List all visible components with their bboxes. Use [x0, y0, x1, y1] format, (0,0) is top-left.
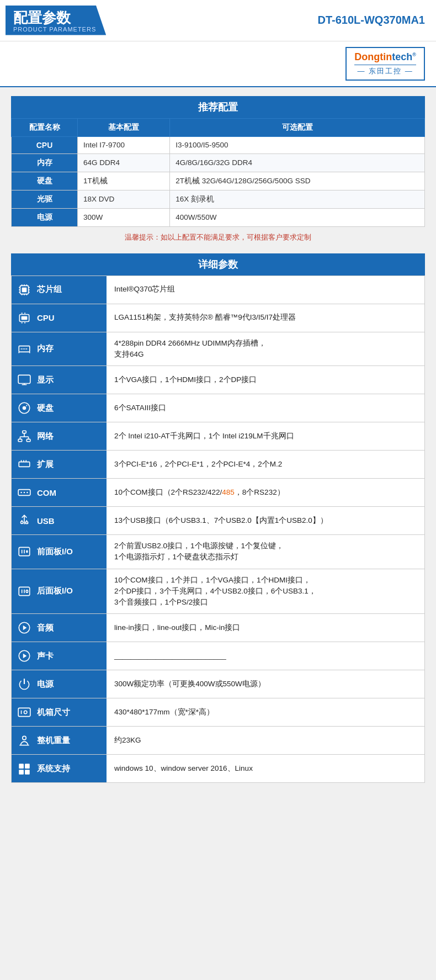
svg-point-45: [20, 492, 22, 494]
svg-rect-71: [25, 764, 30, 769]
network-icon: [16, 428, 33, 444]
detail-row-cpu: CPU LGA1151构架，支持英特尔® 酷睿™9代I3/I5/I7处理器: [11, 304, 425, 332]
page-title-en: PRODUCT PARAMETERS: [13, 26, 96, 33]
audio-icon: [16, 619, 33, 636]
svg-rect-56: [26, 550, 28, 553]
svg-point-68: [23, 737, 26, 740]
detail-value-text: 1个VGA接口，1个HDMI接口，2个DP接口: [114, 374, 257, 385]
detail-value-text: 3个PCI-E*16，2个PCI-E*1，2个PCI-E*4，2个M.2: [114, 459, 282, 470]
config-row: 内存 64G DDR4 4G/8G/16G/32G DDR4: [12, 153, 425, 172]
svg-rect-72: [19, 770, 24, 775]
detail-value-text: Intel®Q370芯片组: [114, 284, 176, 295]
detail-value-text: ___________________________: [114, 650, 226, 661]
detail-label-text: 前面板I/O: [37, 547, 73, 557]
detail-value-text: 4*288pin DDR4 2666MHz UDIMM内存插槽，支持64G: [114, 338, 266, 361]
header: 配置参数 PRODUCT PARAMETERS DT-610L-WQ370MA1: [0, 0, 436, 41]
detail-value-weight: 约23KG: [107, 727, 424, 754]
detail-value-cpu: LGA1151构架，支持英特尔® 酷睿™9代I3/I5/I7处理器: [107, 304, 424, 332]
chipset-icon: [16, 282, 33, 298]
config-table: 配置名称 基本配置 可选配置 CPU Intel I7-9700 I3-9100…: [11, 118, 425, 227]
detail-label-network: 网络: [12, 422, 107, 450]
os-icon: [16, 760, 33, 777]
detail-value-front-io: 2个前置USB2.0接口，1个电源按键，1个复位键，1个电源指示灯，1个硬盘状态…: [107, 535, 424, 569]
detail-value-expansion: 3个PCI-E*16，2个PCI-E*1，2个PCI-E*4，2个M.2: [107, 451, 424, 478]
svg-rect-40: [19, 462, 30, 467]
config-row: 电源 300W 400W/550W: [12, 208, 425, 226]
detail-row-power: 电源 300W额定功率（可更换400W或550W电源）: [11, 670, 425, 698]
power-icon: [16, 676, 33, 692]
detail-row-rear-io: 后面板I/O 10个COM接口，1个并口，1个VGA接口，1个HDMI接口，2个…: [11, 569, 425, 615]
detail-label-audio: 音频: [12, 614, 107, 642]
config-row-name: 硬盘: [12, 172, 78, 190]
svg-rect-35: [26, 439, 30, 442]
col-optional-header: 可选配置: [170, 118, 425, 136]
detail-label-text: COM: [37, 488, 56, 497]
com-icon: [16, 484, 33, 501]
logo-name: Dongtintech®: [354, 51, 416, 62]
detail-value-hdd: 6个SATAIII接口: [107, 394, 424, 422]
detail-title: 详细参数: [11, 253, 425, 276]
detail-value-text: 13个USB接口（6个USB3.1、7个USB2.0【内置1个USB2.0】）: [114, 515, 328, 526]
svg-rect-20: [19, 346, 30, 352]
detail-value-rear-io: 10个COM接口，1个并口，1个VGA接口，1个HDMI接口，2个DP接口，3个…: [107, 569, 424, 614]
detail-value-text: 10个COM接口，1个并口，1个VGA接口，1个HDMI接口，2个DP接口，3个…: [114, 575, 316, 608]
front-io-icon: [16, 543, 33, 560]
detail-value-text: line-in接口，line-out接口，Mic-in接口: [114, 622, 240, 633]
config-row-basic: Intel I7-9700: [78, 136, 170, 153]
detail-label-os: 系统支持: [12, 755, 107, 782]
memory-icon: [16, 341, 33, 357]
detail-label-usb: USB: [12, 507, 107, 534]
svg-rect-1: [22, 287, 27, 292]
expansion-icon: [16, 456, 33, 473]
detail-value-display: 1个VGA接口，1个HDMI接口，2个DP接口: [107, 366, 424, 394]
detail-label-rear-io: 后面板I/O: [12, 569, 107, 614]
detail-row-soundcard: 声卡 ___________________________: [11, 642, 425, 670]
config-row-basic: 1T机械: [78, 172, 170, 190]
detail-value-chassis: 430*480*177mm（宽*深*高）: [107, 698, 424, 726]
detail-value-memory: 4*288pin DDR4 2666MHz UDIMM内存插槽，支持64G: [107, 332, 424, 366]
chassis-icon: [16, 704, 33, 721]
title-box: 配置参数 PRODUCT PARAMETERS: [6, 6, 106, 35]
detail-value-audio: line-in接口，line-out接口，Mic-in接口: [107, 614, 424, 642]
config-row-name: CPU: [12, 136, 78, 153]
detail-value-text: 2个前置USB2.0接口，1个电源按键，1个复位键，1个电源指示灯，1个硬盘状态…: [114, 541, 284, 563]
detail-label-text: CPU: [37, 313, 55, 322]
svg-rect-60: [26, 590, 28, 592]
detail-value-text: 约23KG: [114, 735, 141, 746]
detail-value-text: 10个COM接口（2个RS232/422/485，8个RS232）: [114, 487, 285, 498]
config-row-optional: I3-9100/I5-9500: [170, 136, 425, 153]
detail-value-soundcard: ___________________________: [107, 642, 424, 670]
detail-label-cpu: CPU: [12, 304, 107, 332]
detail-label-text: 芯片组: [37, 284, 62, 295]
config-row-name: 电源: [12, 208, 78, 226]
svg-rect-15: [22, 316, 28, 320]
config-row-basic: 18X DVD: [78, 190, 170, 208]
svg-point-46: [24, 492, 25, 494]
detail-label-power: 电源: [12, 670, 107, 698]
detail-label-text: 整机重量: [37, 735, 70, 746]
detail-value-power: 300W额定功率（可更换400W或550W电源）: [107, 670, 424, 698]
detail-label-soundcard: 声卡: [12, 642, 107, 670]
config-row-name: 光驱: [12, 190, 78, 208]
svg-point-47: [26, 492, 28, 494]
detail-value-text: 300W额定功率（可更换400W或550W电源）: [114, 679, 265, 690]
svg-rect-73: [25, 770, 30, 775]
svg-rect-27: [18, 375, 30, 383]
detail-label-weight: 整机重量: [12, 727, 107, 754]
detail-value-text: 430*480*177mm（宽*深*高）: [114, 707, 214, 718]
soundcard-icon: [16, 648, 33, 664]
detail-value-chipset: Intel®Q370芯片组: [107, 276, 424, 304]
svg-point-67: [24, 711, 26, 714]
recommended-section: 推荐配置 配置名称 基本配置 可选配置 CPU Intel I7-9700 I3…: [11, 96, 425, 245]
config-row-optional: 4G/8G/16G/32G DDR4: [170, 153, 425, 172]
recommended-title: 推荐配置: [11, 96, 425, 118]
detail-section: 详细参数 芯片组 Intel®Q370芯片组 CPU LGA1151构架，支持英…: [11, 253, 425, 783]
detail-label-text: 系统支持: [37, 764, 70, 774]
detail-label-chassis: 机箱尺寸: [12, 698, 107, 726]
svg-rect-34: [18, 439, 22, 442]
detail-row-chipset: 芯片组 Intel®Q370芯片组: [11, 276, 425, 304]
detail-value-network: 2个 Intel i210-AT千兆网口，1个 Intel i219LM千兆网口: [107, 422, 424, 450]
logo-area: Dongtintech® — 东田工控 —: [0, 41, 436, 87]
detail-row-weight: 整机重量 约23KG: [11, 727, 425, 755]
detail-label-text: USB: [37, 516, 55, 526]
